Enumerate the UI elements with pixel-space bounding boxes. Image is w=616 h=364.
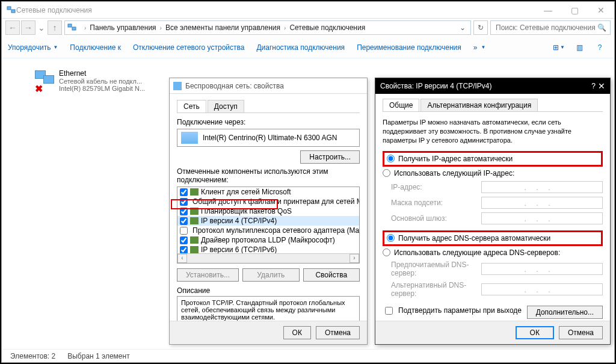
component-item: Драйвер протокола LLDP (Майкрософт)	[177, 235, 359, 245]
disconnected-x-icon: ✖	[35, 83, 43, 94]
rename-button[interactable]: Переименование подключения	[357, 43, 461, 52]
uninstall-button[interactable]: Удалить	[242, 268, 300, 282]
svg-rect-3	[72, 27, 76, 30]
diagnose-button[interactable]: Диагностика подключения	[256, 43, 345, 52]
svg-rect-2	[68, 24, 72, 27]
mask-label: Маска подсети:	[391, 199, 481, 207]
component-checkbox[interactable]	[180, 246, 188, 254]
tab-access[interactable]: Доступ	[208, 100, 244, 113]
components-hscroll[interactable]: ‹›	[177, 253, 359, 263]
cancel-button[interactable]: Отмена	[559, 326, 603, 339]
search-input[interactable]	[494, 23, 597, 32]
toolbar: Упорядочить▼ Подключение к Отключение се…	[2, 37, 614, 58]
tab-alternate[interactable]: Альтернативная конфигурация	[420, 99, 538, 111]
close-icon[interactable]: ✕	[598, 81, 605, 91]
radio-dns-manual[interactable]	[383, 248, 390, 256]
view-details-icon[interactable]: ▥	[571, 41, 588, 54]
network-icon	[7, 5, 16, 15]
mask-field: ...	[481, 197, 603, 209]
up-button[interactable]: ↑	[48, 20, 62, 35]
ip-label: IP-адрес:	[391, 183, 481, 191]
more-menu[interactable]: »▼	[473, 43, 486, 52]
install-button[interactable]: Установить...	[177, 268, 239, 282]
organize-menu[interactable]: Упорядочить▼	[8, 43, 58, 52]
component-checkbox[interactable]	[180, 188, 188, 196]
adapter-name: Intel(R) Centrino(R) Ultimate-N 6300 AGN	[203, 134, 337, 142]
tab-network[interactable]: Сеть	[177, 100, 206, 113]
search-icon: 🔍	[597, 23, 606, 32]
svg-rect-1	[11, 10, 15, 13]
radio-dns-auto[interactable]	[387, 234, 395, 242]
disable-device-button[interactable]: Отключение сетевого устройства	[133, 43, 244, 52]
ip-blurb: Параметры IP можно назначать автоматичес…	[383, 118, 603, 145]
breadcrumb-2[interactable]: Все элементы панели управления	[165, 23, 280, 32]
dns1-label: Предпочитаемый DNS-сервер:	[391, 261, 481, 277]
maximize-button[interactable]: ▢	[561, 2, 588, 19]
component-checkbox[interactable]	[180, 208, 188, 215]
component-item: Клиент для сетей Microsoft	[177, 187, 359, 197]
ok-button[interactable]: ОК	[516, 326, 554, 339]
network-connections-window: Сетевые подключения — ▢ ✕ ← → ⌄ ↑ › Пане…	[1, 1, 615, 363]
dns2-field: ...	[481, 283, 603, 295]
adapter-field: Intel(R) Centrino(R) Ultimate-N 6300 AGN	[177, 129, 360, 147]
tab-general[interactable]: Общие	[383, 99, 419, 111]
elements-count: 2	[52, 352, 56, 360]
ip-field: ...	[481, 181, 603, 193]
svg-rect-0	[7, 7, 11, 10]
dialog-title: Беспроводная сеть: свойства	[185, 82, 284, 90]
advanced-button[interactable]: Дополнительно...	[527, 306, 603, 319]
highlight-dns-auto: Получить адрес DNS-сервера автоматически	[383, 230, 603, 246]
description-label: Описание	[177, 286, 360, 295]
highlight-ip-auto: Получить IP-адрес автоматически	[383, 151, 603, 167]
address-bar: ← → ⌄ ↑ › Панель управления › Все элемен…	[2, 19, 614, 37]
properties-button[interactable]: Свойства	[303, 268, 360, 282]
breadcrumb-3[interactable]: Сетевые подключения	[289, 23, 365, 32]
connection-name: Ethernet	[59, 69, 155, 78]
component-checkbox[interactable]	[180, 217, 188, 225]
ipv4-properties-dialog: Свойства: IP версии 4 (TCP/IPv4) ? ✕ Общ…	[375, 78, 611, 345]
breadcrumb-1[interactable]: Панель управления	[90, 23, 156, 32]
adapter-properties-dialog: Беспроводная сеть: свойства Сеть Доступ …	[169, 78, 368, 345]
elements-label: Элементов:	[10, 352, 49, 360]
connection-status: Сетевой кабель не подкл...	[59, 78, 155, 85]
wireless-icon	[173, 82, 182, 90]
close-button[interactable]: ✕	[588, 2, 614, 19]
gateway-label: Основной шлюз:	[391, 214, 481, 223]
components-list[interactable]: Клиент для сетей Microsoft Общий доступ …	[177, 187, 360, 264]
network-icon	[67, 23, 77, 32]
components-label: Отмеченные компоненты используются этим …	[177, 167, 360, 184]
help-icon[interactable]: ?	[591, 41, 608, 54]
component-item: Протокол мультиплексора сетевого адаптер…	[177, 226, 359, 235]
breadcrumb-bar[interactable]: › Панель управления › Все элементы панел…	[64, 20, 471, 35]
radio-ip-manual[interactable]	[383, 169, 390, 177]
dns1-field: ...	[481, 263, 603, 275]
cancel-button[interactable]: Отмена	[316, 326, 360, 339]
minimize-button[interactable]: —	[535, 2, 561, 19]
component-item-ipv4: IP версии 4 (TCP/IPv4)	[177, 216, 359, 226]
component-checkbox[interactable]	[180, 236, 188, 244]
back-button[interactable]: ←	[5, 20, 20, 35]
refresh-button[interactable]: ↻	[473, 20, 488, 35]
dns2-label: Альтернативный DNS-сервер:	[391, 281, 481, 298]
connection-item-ethernet[interactable]: ✖ Ethernet Сетевой кабель не подкл... In…	[35, 69, 155, 94]
status-bar: Элементов: 2 Выбран 1 элемент	[2, 349, 614, 362]
selected-label: Выбран 1 элемент	[67, 352, 129, 360]
ok-button[interactable]: ОК	[283, 326, 311, 339]
search-box[interactable]: 🔍	[490, 20, 611, 35]
configure-button[interactable]: Настроить...	[300, 150, 360, 164]
component-checkbox[interactable]	[180, 198, 188, 206]
validate-checkbox[interactable]	[385, 307, 393, 315]
history-dropdown[interactable]: ⌄	[37, 20, 46, 35]
forward-button[interactable]: →	[21, 20, 35, 35]
component-item: Планировщик пакетов QoS	[177, 206, 359, 216]
address-dropdown-icon[interactable]: ⌄	[457, 23, 468, 32]
ipv4-dialog-title: Свойства: IP версии 4 (TCP/IPv4)	[380, 82, 591, 90]
view-layout-icon[interactable]: ⊞▼	[550, 41, 567, 54]
window-title: Сетевые подключения	[16, 6, 535, 14]
help-icon[interactable]: ?	[591, 82, 596, 90]
component-checkbox[interactable]	[180, 227, 188, 235]
radio-ip-auto[interactable]	[387, 155, 395, 162]
connect-to-button[interactable]: Подключение к	[70, 43, 121, 52]
titlebar: Сетевые подключения — ▢ ✕	[2, 2, 614, 19]
connection-device: Intel(R) 82579LM Gigabit N...	[59, 85, 155, 92]
